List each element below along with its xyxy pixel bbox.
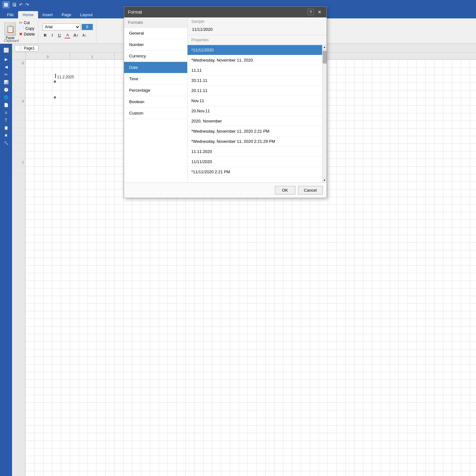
cell-cursor [55, 74, 56, 78]
ruler-mark-0: 0 [47, 55, 49, 59]
copy-icon: 📄 [19, 26, 24, 31]
sidebar-icon-doc[interactable]: 📄 [1, 102, 11, 109]
clipboard-label: Clipboard [4, 39, 19, 43]
sidebar-icon-page[interactable]: ⬜ [1, 45, 11, 55]
bold-button[interactable]: B [42, 32, 48, 38]
page-tabs-bar: 📄 Page1 [12, 44, 476, 53]
ruler: 0 1 [12, 53, 476, 60]
tab-file[interactable]: File [3, 11, 18, 18]
font-group: Arial B I U A A↑ A↓ [42, 20, 96, 43]
sheet-canvas[interactable]: 11.2.2025 [25, 60, 476, 476]
italic-button[interactable]: I [50, 32, 54, 38]
left-sidebar: ⬜ ▶ ◀ ✏ 📊 🕐 🌐 📄 ≡ T 📋 ✖ 🔧 [0, 44, 12, 476]
sidebar-icon-arrow-left[interactable]: ◀ [1, 63, 11, 70]
sidebar-icon-globe[interactable]: 🌐 [1, 94, 11, 101]
shrink-font-button[interactable]: A↓ [82, 33, 88, 38]
underline-button[interactable]: U [56, 32, 63, 38]
row-num-1 [12, 67, 25, 75]
ribbon-tabs: File Home Insert Page Layout [0, 10, 476, 18]
tab-insert[interactable]: Insert [38, 11, 57, 18]
delete-icon: ✖ [19, 32, 23, 36]
sheet-area: 0 0 1 11.2 [12, 60, 476, 476]
clipboard-group: 📋 Paste ✂ Cut 📄 Copy ✖ Delete Clipboard [3, 20, 38, 43]
cut-icon: ✂ [19, 20, 23, 25]
row-numbers: 0 0 1 [12, 60, 25, 476]
page1-tab-icon: 📄 [18, 46, 23, 50]
cell-value: 11.2.2025 [57, 75, 74, 79]
ruler-mark-1: 1 [91, 55, 93, 59]
row-num-9 [12, 128, 25, 136]
row-num-13: 1 [12, 159, 25, 166]
cut-button[interactable]: ✂ Cut [19, 20, 35, 25]
row-num-12 [12, 151, 25, 159]
tab-page[interactable]: Page [57, 11, 76, 18]
sidebar-icon-clock[interactable]: 🕐 [1, 86, 11, 93]
row-num-11 [12, 143, 25, 151]
row-num-5: 0 [12, 98, 25, 105]
row-num-8 [12, 121, 25, 128]
grow-font-button[interactable]: A↑ [72, 32, 79, 38]
font-family-select[interactable]: Arial [42, 23, 80, 30]
sidebar-icon-lines[interactable]: ≡ [1, 109, 11, 116]
title-bar: ⬜ 🖫 ↶ ↷ [0, 0, 476, 10]
resize-handle-bl[interactable] [54, 96, 56, 98]
delete-label: Delete [24, 32, 35, 36]
tab-home[interactable]: Home [18, 11, 38, 18]
delete-button[interactable]: ✖ Delete [19, 32, 35, 36]
sidebar-icon-wrench[interactable]: 🔧 [1, 140, 11, 147]
sidebar-icon-textbox2[interactable]: 📋 [1, 124, 11, 131]
page1-tab[interactable]: 📄 Page1 [15, 45, 38, 51]
row-num-6 [12, 105, 25, 113]
sidebar-icon-arrow-right[interactable]: ▶ [1, 56, 11, 63]
row-num-10 [12, 136, 25, 143]
row-num-14 [12, 166, 25, 174]
page1-tab-label: Page1 [24, 46, 35, 50]
app-icon: ⬜ [3, 1, 10, 8]
row-num-7 [12, 113, 25, 121]
font-row2: B I U A A↑ A↓ [42, 32, 93, 38]
font-color-button[interactable]: A [64, 32, 70, 38]
cut-label: Cut [24, 21, 30, 25]
sidebar-icon-chart[interactable]: 📊 [1, 79, 11, 86]
main-area: ⬜ ▶ ◀ ✏ 📊 🕐 🌐 📄 ≡ T 📋 ✖ 🔧 📄 Page1 [0, 44, 476, 476]
resize-handle-tl[interactable] [54, 81, 56, 83]
font-size-input[interactable] [82, 24, 93, 30]
row-num-0: 0 [12, 60, 25, 67]
font-row1: Arial [42, 23, 93, 30]
undo-icon[interactable]: ↶ [19, 2, 23, 7]
copy-label: Copy [25, 26, 34, 31]
row-num-3 [12, 83, 25, 90]
row-num-4 [12, 90, 25, 98]
sidebar-icon-text[interactable]: T [1, 117, 11, 124]
sidebar-icon-x[interactable]: ✖ [1, 132, 11, 139]
small-clipboard-btns: ✂ Cut 📄 Copy ✖ Delete [19, 20, 35, 42]
redo-icon[interactable]: ↷ [25, 2, 29, 7]
tab-layout[interactable]: Layout [76, 11, 97, 18]
app-container: ⬜ 🖫 ↶ ↷ File Home Insert Page Layout 📋 P… [0, 0, 476, 476]
content-area: 📄 Page1 0 1 [12, 44, 476, 476]
row-num-2 [12, 75, 25, 83]
paste-button[interactable]: 📋 Paste [3, 22, 18, 40]
ribbon-content: 📋 Paste ✂ Cut 📄 Copy ✖ Delete Clipboard [0, 18, 476, 44]
save-icon[interactable]: 🖫 [12, 2, 17, 7]
sidebar-icon-edit[interactable]: ✏ [1, 71, 11, 78]
copy-button[interactable]: 📄 Copy [19, 26, 35, 31]
